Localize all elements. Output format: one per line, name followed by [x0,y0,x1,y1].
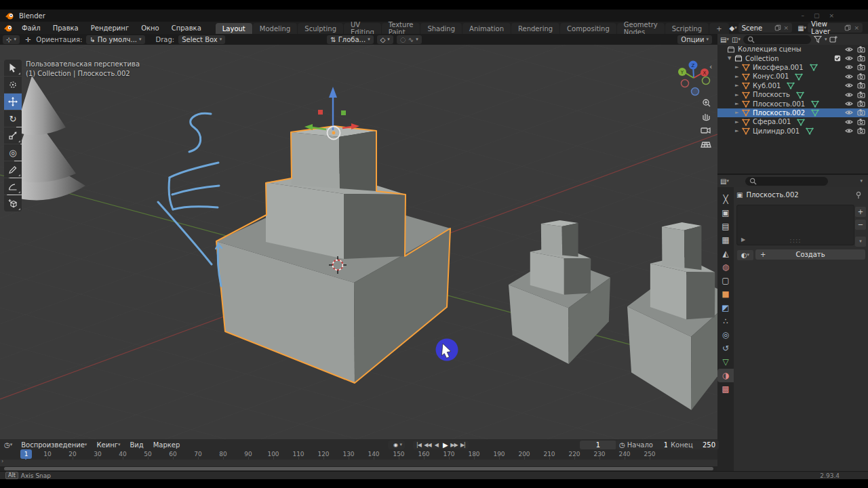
transport-next-keyframe-button[interactable]: ▶▶ [450,441,458,449]
properties-tab-texture[interactable]: ▩ [717,382,734,396]
frame-end-field[interactable]: Конец250 [667,441,719,449]
snap-toggle[interactable]: ◇▾ [377,35,393,44]
scrollbar-thumb[interactable] [4,467,713,470]
frame-start-field[interactable]: ◷ Начало1 [616,441,671,449]
timeline-track[interactable]: › [0,460,717,466]
menu-Правка[interactable]: Правка [47,22,85,34]
outliner-row-Куб.001[interactable]: ►Куб.001 [717,81,868,90]
disclosure-icon[interactable]: ► [735,110,742,115]
hide-eye-icon[interactable] [845,73,853,81]
workspace-tab-texture-paint[interactable]: Texture Paint [382,23,420,34]
disable-render-icon[interactable] [857,54,865,62]
copy-icon[interactable] [774,24,781,31]
disable-render-icon[interactable] [857,108,865,117]
properties-tab-object[interactable]: ▢ [717,274,734,287]
display-mode-icon[interactable]: ▤▾ [720,36,729,43]
disclosure-icon[interactable]: ► [735,83,742,88]
outliner-search-input[interactable] [743,35,811,44]
outliner-row-Плоскость.002[interactable]: ►Плоскость.002 [717,108,868,117]
hide-eye-icon[interactable] [845,127,853,135]
outliner-row-Цилиндр.001[interactable]: ►Цилиндр.001 [717,127,868,136]
workspace-tab-sculpting[interactable]: Sculpting [298,23,343,34]
add-workspace-button[interactable]: + [709,23,728,34]
properties-editor-icon[interactable]: ▤▾ [720,178,729,185]
exclude-checkbox[interactable] [834,55,841,62]
tool-rotate-button[interactable]: ↻ [4,110,22,127]
close-icon[interactable]: × [784,24,789,31]
add-slot-button[interactable]: + [854,206,867,218]
properties-tab-material[interactable]: ◑ [717,369,734,382]
browse-material-button[interactable]: ◐▾ [736,249,754,261]
new-material-button[interactable]: + Создать [755,249,865,260]
disable-render-icon[interactable] [857,73,865,81]
disclosure-icon[interactable]: ► [735,101,742,106]
timeline-expand-chevron[interactable]: › [1,458,3,464]
workspace-tab-scripting[interactable]: Scripting [665,23,709,34]
disable-render-icon[interactable] [857,91,865,99]
hide-eye-icon[interactable] [845,63,853,71]
pin-icon[interactable] [854,191,863,199]
copy-icon[interactable] [844,24,851,31]
current-frame-field[interactable]: 1 [580,441,616,449]
properties-tab-object-data[interactable]: ▽ [717,355,734,369]
blender-menu-icon[interactable] [4,24,13,33]
properties-tab-view-layer[interactable]: ▦ [717,233,734,247]
timeline-ruler[interactable]: 1 10203040506070809010011012013014015016… [0,450,717,460]
tool-add-cube-button[interactable] [4,195,22,211]
outliner-row-Коллекция сцены[interactable]: Коллекция сцены [717,45,868,54]
menu-Файл[interactable]: Файл [16,22,47,34]
hide-eye-icon[interactable] [845,45,853,54]
transport-prev-keyframe-button[interactable]: ◀◀ [423,441,432,449]
timeline-scrollbar[interactable] [0,466,717,471]
timeline-editor-icon[interactable]: ◷▾ [4,441,12,449]
sidebar-toggle-icon[interactable]: ‹ [709,62,712,71]
hide-eye-icon[interactable] [845,100,853,108]
disclosure-icon[interactable]: ► [735,64,742,70]
disclosure-icon[interactable]: ► [735,128,742,134]
outliner-row-Конус.001[interactable]: ►Конус.001 [717,72,868,81]
filter-type-icon[interactable]: ◫▾ [732,36,741,43]
properties-tab-output[interactable]: ▤ [717,220,734,233]
properties-options-icon[interactable]: ▾ [860,179,863,184]
scene-icon[interactable]: ◆▾ [730,24,737,32]
window-controls[interactable]: –▢× [801,12,844,19]
material-slots-list[interactable]: ▶ :::: [736,205,854,245]
transport-jump-start-button[interactable]: |◀ [414,441,423,449]
workspace-tab-uv-editing[interactable]: UV Editing [344,23,381,34]
workspace-tab-shading[interactable]: Shading [420,23,462,34]
disable-render-icon[interactable] [857,118,865,126]
editor-type-button[interactable]: ⊹▾ [3,35,20,44]
filter-funnel-icon[interactable] [814,35,822,43]
tool-select-box-button[interactable] [4,60,22,76]
disable-render-icon[interactable] [857,81,865,89]
new-collection-icon[interactable] [829,35,837,43]
tool-measure-button[interactable] [4,178,22,195]
hide-eye-icon[interactable] [845,118,853,126]
options-button[interactable]: Опции▾ [677,35,712,44]
hide-eye-icon[interactable] [845,54,853,62]
orientation-dropdown[interactable]: ↳ По умолч...▾ [86,35,144,44]
properties-tab-render[interactable]: ▣ [717,206,734,220]
menu-Справка[interactable]: Справка [165,22,208,34]
drag-dropdown[interactable]: Select Box▾ [178,35,225,44]
outliner-row-Сфера.001[interactable]: ►Сфера.001 [717,117,868,126]
properties-tab-physics[interactable]: ◎ [717,328,734,342]
disclosure-icon[interactable]: ► [735,92,742,98]
outliner-row-Икосфера.001[interactable]: ►Икосфера.001 [717,63,868,72]
properties-search-input[interactable] [745,177,828,186]
properties-tab-modifiers[interactable]: ◩ [717,301,734,314]
properties-tab-scene[interactable]: ◭ [717,247,734,260]
close-icon[interactable]: × [854,24,859,31]
properties-tab-object-properties[interactable]: ■ [717,287,734,301]
resize-grip[interactable]: :::: [789,237,801,244]
disclosure-icon[interactable]: ▼ [728,56,734,61]
view-layer-selector[interactable]: View Layer × [808,23,863,33]
outliner-row-Плоскость[interactable]: ►Плоскость [717,90,868,99]
current-frame-badge[interactable]: 1 [20,449,32,459]
disclosure-icon[interactable]: ► [735,119,742,125]
tool-scale-button[interactable] [4,127,22,144]
workspace-tab-animation[interactable]: Animation [462,23,511,34]
tool-cursor-button[interactable] [4,77,22,93]
disable-render-icon[interactable] [857,63,865,71]
disable-render-icon[interactable] [857,127,865,135]
